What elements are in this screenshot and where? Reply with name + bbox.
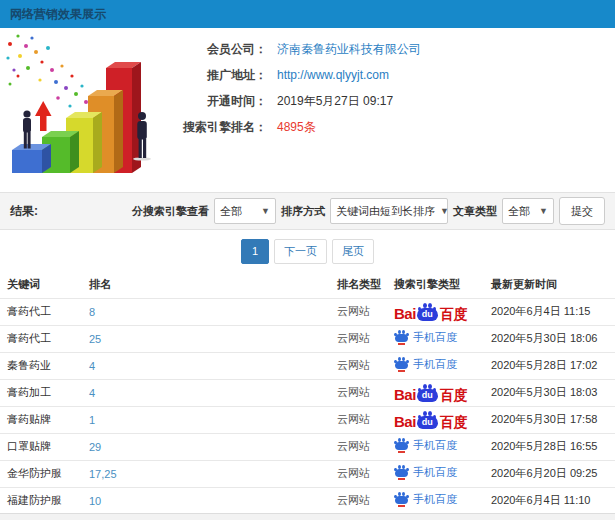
article-type-value: 全部	[508, 204, 530, 219]
submit-button[interactable]: 提交	[559, 197, 605, 225]
update-time-cell: 2020年5月28日 17:02	[487, 352, 615, 379]
keyword-cell: 口罩贴牌	[0, 433, 85, 460]
top-section: 会员公司： 济南秦鲁药业科技有限公司 推广地址： http://www.qlyy…	[0, 28, 615, 192]
baidu-mobile-logo: 手机百度	[394, 465, 457, 480]
rank-type-cell: 云网站	[333, 379, 390, 406]
baidu-cn-text: 百度	[440, 307, 468, 321]
table-row: 口罩贴牌 29 云网站 手机百度 2020年5月28日 16:55	[0, 433, 615, 460]
company-label: 会员公司：	[175, 41, 267, 58]
mobile-baidu-label: 手机百度	[413, 330, 457, 345]
mobile-baidu-paw-icon	[394, 492, 409, 507]
rank-cell[interactable]: 10	[85, 487, 333, 514]
rank-type-cell: 云网站	[333, 298, 390, 325]
update-time-cell: 2020年5月30日 18:03	[487, 379, 615, 406]
open-time-label: 开通时间：	[175, 93, 267, 110]
baidu-du-text: du	[417, 416, 438, 429]
baidu-logo-text: Bai	[394, 306, 416, 321]
rank-cell[interactable]: 17,25	[85, 460, 333, 487]
mobile-baidu-label: 手机百度	[413, 438, 457, 453]
bar-blue	[12, 144, 51, 173]
keyword-cell: 膏药代工	[0, 298, 85, 325]
mobile-baidu-paw-icon	[394, 330, 409, 345]
rank-type-cell: 云网站	[333, 460, 390, 487]
sort-select[interactable]: 关键词由短到长排序 ▼	[330, 198, 448, 224]
company-link[interactable]: 济南秦鲁药业科技有限公司	[277, 41, 421, 58]
update-time-cell: 2020年5月30日 17:58	[487, 406, 615, 433]
sort-value: 关键词由短到长排序	[336, 204, 435, 219]
baidu-mobile-logo: 手机百度	[394, 438, 457, 453]
promotion-url-link[interactable]: http://www.qlyyjt.com	[277, 68, 389, 82]
growth-chart-illustration	[0, 28, 175, 192]
page-title: 网络营销效果展示	[10, 6, 106, 23]
engine-cell: 手机百度	[390, 352, 487, 379]
mobile-baidu-label: 手机百度	[413, 465, 457, 480]
rank-cell[interactable]: 29	[85, 433, 333, 460]
baidu-mobile-logo: 手机百度	[394, 492, 457, 507]
rank-cell[interactable]: 25	[85, 325, 333, 352]
baidu-mobile-logo: 手机百度	[394, 330, 457, 345]
table-row: 膏药加工 4 云网站 Bai du 百度 2020年5月30日 18:03	[0, 379, 615, 406]
engine-filter-select[interactable]: 全部 ▼	[214, 198, 276, 224]
column-engine-type: 搜索引擎类型	[390, 272, 487, 298]
rank-type-cell: 云网站	[333, 352, 390, 379]
update-time-cell: 2020年5月28日 16:55	[487, 433, 615, 460]
baidu-du-text: du	[417, 308, 438, 321]
last-page-button[interactable]: 尾页	[332, 239, 374, 264]
engine-cell: Bai du 百度	[390, 298, 487, 325]
chevron-down-icon: ▼	[440, 206, 449, 216]
member-info: 会员公司： 济南秦鲁药业科技有限公司 推广地址： http://www.qlyy…	[175, 28, 615, 192]
engine-cell: 手机百度	[390, 325, 487, 352]
rank-cell[interactable]: 1	[85, 406, 333, 433]
engine-filter-label: 分搜索引擎查看	[132, 204, 209, 219]
up-arrow-icon	[35, 101, 52, 131]
keyword-cell: 膏药加工	[0, 379, 85, 406]
info-row-open-time: 开通时间： 2019年5月27日 09:17	[175, 88, 615, 114]
baidu-logo-text: Bai	[394, 387, 416, 402]
rank-cell[interactable]: 8	[85, 298, 333, 325]
baidu-paw-icon: du	[417, 384, 438, 402]
baidu-pc-logo: Bai du 百度	[394, 384, 468, 402]
keyword-cell: 金华防护服	[0, 460, 85, 487]
update-time-cell: 2020年5月30日 18:06	[487, 325, 615, 352]
rank-type-cell: 云网站	[333, 487, 390, 514]
engine-cell: Bai du 百度	[390, 379, 487, 406]
keyword-cell: 福建防护服	[0, 487, 85, 514]
table-row: 膏药代工 8 云网站 Bai du 百度 2020年6月4日 11:15	[0, 298, 615, 325]
rank-type-cell: 云网站	[333, 406, 390, 433]
baidu-pc-logo: Bai du 百度	[394, 411, 468, 429]
table-row: 膏药代工 25 云网站 手机百度 2020年5月30日 18:06	[0, 325, 615, 352]
baidu-logo-text: Bai	[394, 414, 416, 429]
keyword-cell: 秦鲁药业	[0, 352, 85, 379]
table-row: 膏药贴牌 1 云网站 Bai du 百度 2020年5月30日 17:58	[0, 406, 615, 433]
next-page-button[interactable]: 下一页	[274, 239, 327, 264]
article-type-select[interactable]: 全部 ▼	[502, 198, 554, 224]
engine-cell: 手机百度	[390, 433, 487, 460]
mobile-baidu-paw-icon	[394, 465, 409, 480]
keyword-cell: 膏药代工	[0, 325, 85, 352]
table-row: 福建防护服 10 云网站 手机百度 2020年6月4日 11:10	[0, 487, 615, 514]
pagination: 1 下一页 尾页	[0, 238, 615, 264]
baidu-cn-text: 百度	[440, 388, 468, 402]
baidu-pc-logo: Bai du 百度	[394, 303, 468, 321]
keyword-cell: 膏药贴牌	[0, 406, 85, 433]
page-button-1[interactable]: 1	[241, 239, 269, 264]
baidu-paw-icon: du	[417, 303, 438, 321]
chevron-down-icon: ▼	[261, 206, 270, 216]
ranking-count-label: 搜索引擎排名：	[175, 119, 267, 136]
table-header-row: 关键词 排名 排名类型 搜索引擎类型 最新更新时间	[0, 272, 615, 298]
mobile-baidu-paw-icon	[394, 357, 409, 372]
table-row: 秦鲁药业 4 云网站 手机百度 2020年5月28日 17:02	[0, 352, 615, 379]
rank-cell[interactable]: 4	[85, 379, 333, 406]
promotion-url-label: 推广地址：	[175, 67, 267, 84]
businessman-left	[23, 110, 31, 148]
baidu-du-text: du	[417, 389, 438, 402]
rank-cell[interactable]: 4	[85, 352, 333, 379]
mobile-baidu-label: 手机百度	[413, 357, 457, 372]
info-row-ranking-count: 搜索引擎排名： 4895条	[175, 114, 615, 140]
marketing-report-page: 网络营销效果展示	[0, 0, 615, 514]
engine-cell: 手机百度	[390, 460, 487, 487]
column-update-time: 最新更新时间	[487, 272, 615, 298]
titlebar: 网络营销效果展示	[0, 0, 615, 28]
baidu-paw-icon: du	[417, 411, 438, 429]
info-row-url: 推广地址： http://www.qlyyjt.com	[175, 62, 615, 88]
